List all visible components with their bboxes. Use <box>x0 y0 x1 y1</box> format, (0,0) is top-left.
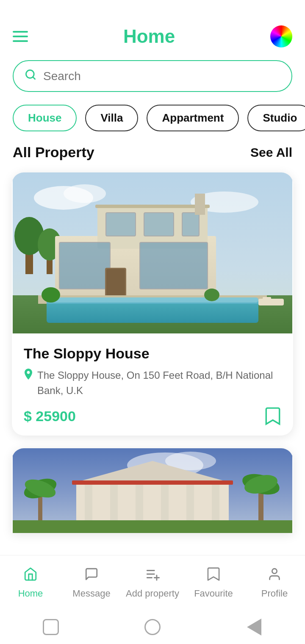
svg-rect-15 <box>144 213 174 236</box>
nav-message[interactable]: Message <box>61 567 122 599</box>
property-price: $ 25900 <box>24 408 76 425</box>
svg-rect-18 <box>140 242 208 289</box>
nav-home-label: Home <box>18 588 43 599</box>
svg-rect-16 <box>182 213 199 236</box>
sys-back-button[interactable] <box>38 614 64 640</box>
sys-home-button[interactable] <box>140 614 165 640</box>
nav-profile[interactable]: Profile <box>244 567 305 599</box>
property-image-2 <box>12 448 293 533</box>
home-icon <box>23 567 38 585</box>
svg-rect-26 <box>263 297 271 301</box>
svg-rect-21 <box>195 194 205 215</box>
filter-chip-studio[interactable]: Studio <box>247 105 305 131</box>
sys-circle-icon <box>144 619 161 635</box>
svg-point-53 <box>272 569 277 573</box>
svg-point-4 <box>64 184 106 203</box>
nav-add-label: Add property <box>126 588 179 599</box>
svg-rect-40 <box>72 480 233 485</box>
color-wheel-icon[interactable] <box>270 25 292 47</box>
property-name: The Sloppy House <box>24 345 281 362</box>
property-card[interactable]: The Sloppy House The Sloppy House, On 15… <box>12 172 293 436</box>
search-input[interactable] <box>43 69 280 83</box>
search-icon <box>25 69 36 83</box>
card-footer: $ 25900 <box>24 407 281 425</box>
section-header: All Property See All <box>0 144 305 172</box>
cards-container: The Sloppy House The Sloppy House, On 15… <box>0 172 305 533</box>
menu-button[interactable] <box>13 31 28 42</box>
header: Home <box>0 0 305 56</box>
message-icon <box>84 567 99 585</box>
nav-add-property[interactable]: Add property <box>122 567 183 599</box>
search-container <box>0 56 305 100</box>
filter-chip-house[interactable]: House <box>13 105 77 131</box>
svg-rect-47 <box>13 520 292 533</box>
page-title: Home <box>123 26 175 47</box>
svg-line-1 <box>33 77 35 79</box>
filter-chips: House Villa Appartment Studio <box>0 100 305 144</box>
system-nav <box>0 610 305 644</box>
nav-favourite[interactable]: Favourite <box>183 567 244 599</box>
sys-recents-button[interactable] <box>241 614 267 640</box>
svg-rect-13 <box>95 205 210 208</box>
search-box[interactable] <box>13 60 292 92</box>
add-property-icon <box>145 567 160 585</box>
filter-chip-villa[interactable]: Villa <box>85 105 138 131</box>
see-all-button[interactable]: See All <box>250 145 292 160</box>
svg-rect-24 <box>47 297 258 303</box>
property-card-partial[interactable] <box>12 448 293 533</box>
nav-profile-label: Profile <box>261 588 288 599</box>
sys-square-icon <box>43 619 59 635</box>
filter-chip-appartment[interactable]: Appartment <box>147 105 239 131</box>
location-icon <box>24 369 33 382</box>
svg-point-27 <box>42 287 60 303</box>
sys-triangle-icon <box>247 619 261 636</box>
card-body: The Sloppy House The Sloppy House, On 15… <box>12 333 293 436</box>
favourite-icon <box>206 567 221 585</box>
address-text: The Sloppy House, On 150 Feet Road, B/H … <box>37 368 281 398</box>
svg-point-28 <box>204 289 219 301</box>
property-image <box>12 172 293 333</box>
bookmark-button[interactable] <box>264 407 281 425</box>
svg-rect-17 <box>59 242 110 289</box>
section-title: All Property <box>13 144 94 161</box>
bottom-nav: Home Message Add property Favourite <box>0 555 305 610</box>
nav-message-label: Message <box>72 588 110 599</box>
svg-rect-14 <box>106 213 136 236</box>
profile-icon <box>267 567 282 585</box>
nav-home[interactable]: Home <box>0 567 61 599</box>
property-address: The Sloppy House, On 150 Feet Road, B/H … <box>24 368 281 398</box>
nav-favourite-label: Favourite <box>194 588 233 599</box>
